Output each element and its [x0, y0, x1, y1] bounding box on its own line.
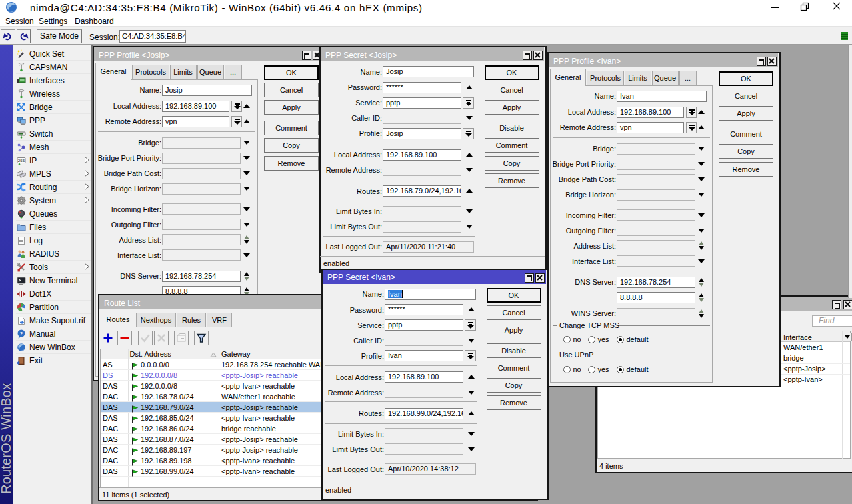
svg-text:255: 255 — [18, 158, 25, 163]
svg-text:?: ? — [20, 331, 23, 337]
